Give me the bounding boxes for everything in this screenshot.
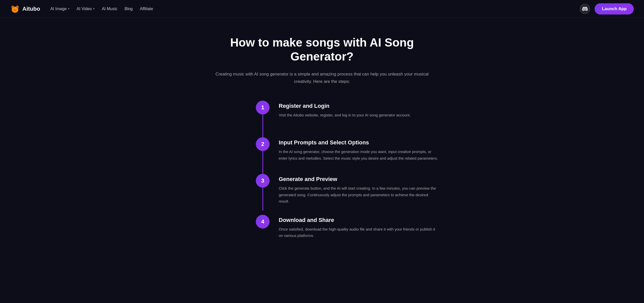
- step-title-2: Input Prompts and Select Options: [279, 139, 439, 146]
- step-item-2: 2 Input Prompts and Select Options In th…: [256, 137, 439, 174]
- page-subtitle: Creating music with AI song generator is…: [207, 71, 437, 85]
- svg-point-7: [14, 10, 16, 11]
- logo-icon: [10, 4, 20, 14]
- step-content-3: Generate and Preview Click the generate …: [279, 174, 439, 215]
- step-circle-3: 3: [256, 174, 270, 188]
- step-circle-1: 1: [256, 101, 270, 114]
- step-description-3: Click the generate button, and the AI wi…: [279, 185, 439, 205]
- nav-item-affiliate[interactable]: Affiliate: [140, 7, 153, 11]
- svg-point-4: [17, 6, 18, 8]
- main-content: How to make songs with AI Song Generator…: [195, 18, 449, 259]
- step-content-2: Input Prompts and Select Options In the …: [279, 137, 439, 172]
- step-left-3: 3: [256, 174, 270, 210]
- step-title-1: Register and Login: [279, 103, 411, 109]
- step-left-1: 1: [256, 101, 270, 137]
- step-title-4: Download and Share: [279, 217, 439, 223]
- navbar: Aitubo AI Image ▾ AI Video ▾ AI Music Bl…: [0, 0, 644, 18]
- step-circle-4: 4: [256, 215, 270, 229]
- nav-links: AI Image ▾ AI Video ▾ AI Music Blog Affi…: [50, 7, 153, 11]
- ai-image-dropdown-arrow: ▾: [68, 7, 69, 10]
- step-title-3: Generate and Preview: [279, 176, 439, 183]
- step-left-4: 4: [256, 215, 270, 229]
- nav-item-ai-video[interactable]: AI Video ▾: [77, 7, 95, 11]
- step-content-1: Register and Login Visit the Aitubo webs…: [279, 101, 411, 129]
- step-description-4: Once satisfied, download the high-qualit…: [279, 226, 439, 239]
- step-line-1: [262, 114, 263, 137]
- step-description-2: In the AI song generator, choose the gen…: [279, 148, 439, 161]
- navbar-left: Aitubo AI Image ▾ AI Video ▾ AI Music Bl…: [10, 4, 153, 14]
- step-left-2: 2: [256, 137, 270, 174]
- steps-container: 1 Register and Login Visit the Aitubo we…: [205, 101, 439, 239]
- step-item-1: 1 Register and Login Visit the Aitubo we…: [256, 101, 411, 137]
- logo[interactable]: Aitubo: [10, 4, 40, 14]
- step-line-3: [262, 188, 263, 210]
- nav-item-ai-music[interactable]: AI Music: [102, 7, 117, 11]
- svg-point-3: [12, 6, 13, 8]
- step-description-1: Visit the Aitubo website, register, and …: [279, 112, 411, 118]
- nav-item-blog[interactable]: Blog: [124, 7, 133, 11]
- page-title: How to make songs with AI Song Generator…: [205, 36, 439, 64]
- discord-icon: [582, 6, 588, 12]
- step-line-2: [262, 151, 263, 174]
- navbar-right: Launch App: [580, 3, 634, 14]
- logo-text: Aitubo: [22, 6, 40, 12]
- step-circle-2: 2: [256, 137, 270, 151]
- nav-item-ai-image[interactable]: AI Image ▾: [50, 7, 69, 11]
- step-item-4: 4 Download and Share Once satisfied, dow…: [256, 215, 439, 239]
- launch-app-button[interactable]: Launch App: [595, 3, 634, 14]
- step-item-3: 3 Generate and Preview Click the generat…: [256, 174, 439, 215]
- ai-video-dropdown-arrow: ▾: [93, 7, 95, 10]
- step-content-4: Download and Share Once satisfied, downl…: [279, 215, 439, 239]
- discord-button[interactable]: [580, 4, 590, 14]
